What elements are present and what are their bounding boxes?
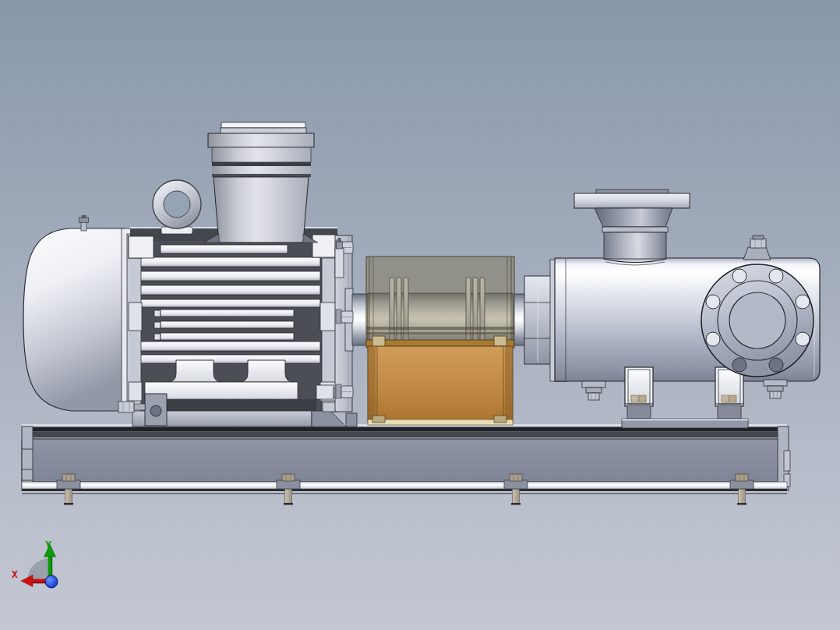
baseplate[interactable] (22, 424, 790, 505)
pump-foot (625, 367, 653, 419)
coupling-guard[interactable] (366, 257, 514, 425)
pump-shaft (514, 294, 525, 345)
grease-pipe (335, 238, 344, 278)
triad-z-axis[interactable] (45, 575, 58, 588)
flange-bolt-hole (732, 269, 746, 283)
baseplate-web (22, 439, 787, 482)
guard-lower-panel (366, 336, 514, 425)
baseplate-left-endcap (22, 426, 33, 490)
flange-bolt-hole (706, 332, 720, 346)
motor-terminal-box[interactable] (204, 122, 318, 242)
triad-y-label: Y (45, 539, 51, 550)
motor-cooling-fins[interactable] (132, 245, 320, 363)
flange-bolt-hole (706, 295, 720, 309)
baseplate-bottom-flange (22, 482, 787, 489)
flange-bolt-hole (796, 295, 810, 309)
triad-x-label: X (12, 568, 18, 580)
guard-window (366, 257, 514, 344)
flange-bolt-hole (796, 332, 810, 346)
end-shield-bolt (336, 384, 353, 398)
flange-bolt-hole (769, 358, 783, 372)
pump-bearing-hub (524, 276, 552, 364)
motor-fan-cover[interactable] (23, 215, 132, 411)
pump-end-flange[interactable] (701, 264, 814, 377)
motor-frame-left-ring (127, 234, 142, 412)
pump-foot-pad (622, 419, 748, 428)
flange-bolt-hole (732, 358, 746, 372)
cad-viewport[interactable]: Y X (0, 0, 840, 630)
baseplate-right-endcap (778, 426, 790, 490)
flange-bolt-hole (769, 269, 783, 283)
pump-foot (715, 367, 743, 419)
end-shield-bolt (336, 310, 353, 324)
